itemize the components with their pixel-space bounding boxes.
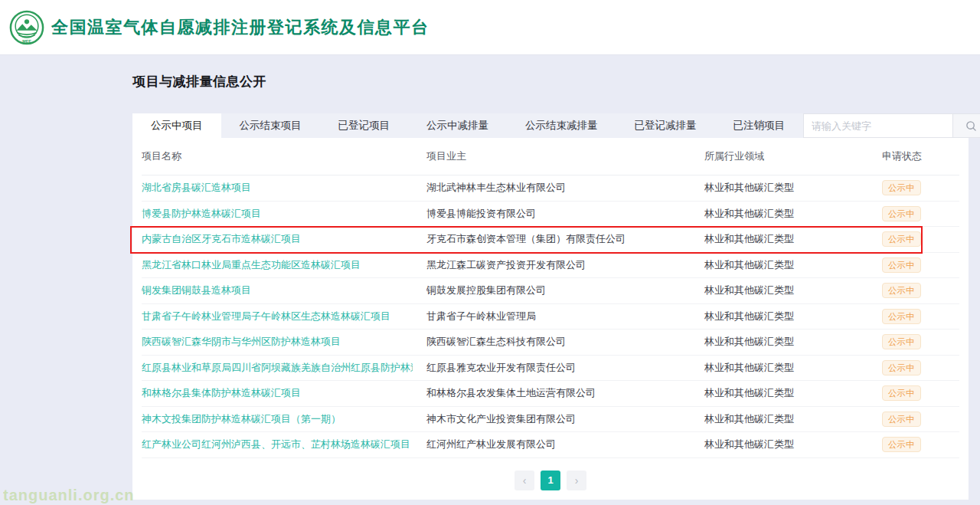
search-input[interactable] (804, 114, 952, 137)
project-name-link[interactable]: 博爱县防护林造林碳汇项目 (142, 207, 413, 221)
projects-table: 项目名称 项目业主 所属行业领域 申请状态 湖北省房县碳汇造林项目 湖北武神林丰… (132, 138, 969, 458)
table-row: 红原县林业和草原局四川省阿坝藏族羌族自治州红原县防护林造林碳汇... 红原县雅克… (142, 356, 959, 382)
table-row: 湖北省房县碳汇造林项目 湖北武神林丰生态林业有限公司 林业和其他碳汇类型 公示中 (142, 175, 959, 202)
column-header-status: 申请状态 (882, 149, 959, 163)
tab-item[interactable]: 已注销项目 (715, 113, 804, 138)
pagination: ‹ 1 › (132, 458, 969, 500)
tab-item[interactable]: 已登记项目 (320, 113, 409, 138)
project-owner-cell: 红河州红产林业发展有限公司 (426, 438, 704, 451)
app-title: 全国温室气体自愿减排注册登记系统及信息平台 (51, 16, 430, 39)
project-owner-cell: 铜鼓发展控股集团有限公司 (426, 284, 704, 297)
table-row: 博爱县防护林造林碳汇项目 博爱县博能投资有限公司 林业和其他碳汇类型 公示中 (142, 202, 959, 228)
status-badge: 公示中 (882, 257, 921, 273)
main-content: 项目与减排量信息公开 公示中项目 公示结束项目 已登记项目 公示中减排量 公示结… (132, 74, 969, 500)
page-title: 项目与减排量信息公开 (132, 74, 969, 90)
table-row: 神木文投集团防护林造林碳汇项目（第一期） 神木市文化产业投资集团有限公司 林业和… (142, 407, 959, 433)
content-card: 公示中项目 公示结束项目 已登记项目 公示中减排量 公示结束减排量 已登记减排量… (132, 113, 969, 500)
industry-cell: 林业和其他碳汇类型 (704, 207, 882, 221)
search-box (803, 113, 980, 138)
chevron-right-icon: › (575, 474, 579, 487)
project-name-link[interactable]: 黑龙江省林口林业局重点生态功能区造林碳汇项目 (142, 258, 413, 272)
industry-cell: 林业和其他碳汇类型 (704, 232, 882, 246)
status-badge: 公示中 (882, 334, 921, 349)
table-row: 铜发集团铜鼓县造林项目 铜鼓发展控股集团有限公司 林业和其他碳汇类型 公示中 (142, 278, 959, 304)
project-owner-cell: 神木市文化产业投资集团有限公司 (426, 412, 704, 426)
industry-cell: 林业和其他碳汇类型 (704, 412, 882, 426)
tab-item[interactable]: 已登记减排量 (616, 113, 715, 138)
project-owner-cell: 黑龙江森工碳资产投资开发有限公司 (426, 258, 704, 272)
status-badge: 公示中 (882, 360, 921, 375)
status-badge: 公示中 (882, 385, 921, 401)
project-name-link[interactable]: 甘肃省子午岭林业管理局子午岭林区生态林造林碳汇项目 (142, 310, 413, 323)
svg-text:MEE: MEE (22, 39, 31, 44)
project-name-link[interactable]: 湖北省房县碳汇造林项目 (142, 181, 413, 195)
industry-cell: 林业和其他碳汇类型 (704, 310, 882, 323)
industry-cell: 林业和其他碳汇类型 (704, 438, 882, 451)
mee-logo-icon: MEE (9, 10, 44, 45)
tab-item[interactable]: 公示中减排量 (408, 113, 507, 138)
search-button[interactable] (952, 114, 980, 137)
status-badge: 公示中 (882, 283, 921, 298)
industry-cell: 林业和其他碳汇类型 (704, 284, 882, 297)
column-header-project-owner: 项目业主 (426, 149, 704, 163)
project-owner-cell: 红原县雅克农业开发有限责任公司 (426, 361, 704, 375)
chevron-left-icon: ‹ (523, 474, 527, 487)
status-badge: 公示中 (882, 412, 921, 427)
column-header-industry: 所属行业领域 (704, 149, 882, 163)
app-header: MEE 全国温室气体自愿减排注册登记系统及信息平台 (0, 0, 980, 55)
status-badge: 公示中 (882, 231, 921, 247)
industry-cell: 林业和其他碳汇类型 (704, 258, 882, 272)
next-page-button[interactable]: › (567, 471, 586, 490)
table-row: 陕西碳智汇森华阴市与华州区防护林造林项目 陕西碳智汇森生态科技有限公司 林业和其… (142, 330, 959, 356)
tab-item[interactable]: 公示中项目 (132, 113, 221, 138)
column-header-project-name: 项目名称 (142, 149, 426, 163)
table-row: 红产林业公司红河州泸西县、开远市、芷村林场造林碳汇项目 红河州红产林业发展有限公… (142, 432, 959, 458)
table-row: 内蒙古自治区牙克石市造林碳汇项目 牙克石市森创资本管理（集团）有限责任公司 林业… (142, 227, 959, 253)
project-owner-cell: 甘肃省子午岭林业管理局 (426, 310, 704, 323)
project-owner-cell: 牙克石市森创资本管理（集团）有限责任公司 (426, 232, 704, 246)
industry-cell: 林业和其他碳汇类型 (704, 386, 882, 400)
industry-cell: 林业和其他碳汇类型 (704, 335, 882, 349)
status-badge: 公示中 (882, 206, 921, 221)
status-badge: 公示中 (882, 309, 921, 324)
table-row: 和林格尔县集体防护林造林碳汇项目 和林格尔县农发集体土地运营有限公司 林业和其他… (142, 381, 959, 407)
project-name-link[interactable]: 陕西碳智汇森华阴市与华州区防护林造林项目 (142, 335, 413, 349)
project-owner-cell: 陕西碳智汇森生态科技有限公司 (426, 335, 704, 349)
project-name-link[interactable]: 铜发集团铜鼓县造林项目 (142, 284, 413, 297)
project-name-link[interactable]: 内蒙古自治区牙克石市造林碳汇项目 (142, 232, 413, 246)
page-1-button[interactable]: 1 (541, 471, 560, 490)
table-header-row: 项目名称 项目业主 所属行业领域 申请状态 (142, 138, 959, 175)
search-icon (965, 120, 977, 132)
project-owner-cell: 和林格尔县农发集体土地运营有限公司 (426, 386, 704, 400)
industry-cell: 林业和其他碳汇类型 (704, 181, 882, 195)
status-badge: 公示中 (882, 437, 921, 452)
table-row: 甘肃省子午岭林业管理局子午岭林区生态林造林碳汇项目 甘肃省子午岭林业管理局 林业… (142, 304, 959, 330)
tab-item[interactable]: 公示结束减排量 (507, 113, 616, 138)
project-name-link[interactable]: 红产林业公司红河州泸西县、开远市、芷村林场造林碳汇项目 (142, 438, 413, 451)
project-owner-cell: 湖北武神林丰生态林业有限公司 (426, 181, 704, 195)
industry-cell: 林业和其他碳汇类型 (704, 361, 882, 375)
tab-item[interactable]: 公示结束项目 (221, 113, 320, 138)
site-watermark: tanguanli.org.cn (3, 487, 135, 504)
tab-bar: 公示中项目 公示结束项目 已登记项目 公示中减排量 公示结束减排量 已登记减排量… (132, 113, 803, 138)
project-name-link[interactable]: 和林格尔县集体防护林造林碳汇项目 (142, 386, 413, 400)
project-name-link[interactable]: 神木文投集团防护林造林碳汇项目（第一期） (142, 412, 413, 426)
status-badge: 公示中 (882, 180, 921, 195)
project-name-link[interactable]: 红原县林业和草原局四川省阿坝藏族羌族自治州红原县防护林造林碳汇... (142, 361, 413, 375)
project-owner-cell: 博爱县博能投资有限公司 (426, 207, 704, 221)
prev-page-button[interactable]: ‹ (514, 471, 534, 490)
table-row: 黑龙江省林口林业局重点生态功能区造林碳汇项目 黑龙江森工碳资产投资开发有限公司 … (142, 253, 959, 279)
